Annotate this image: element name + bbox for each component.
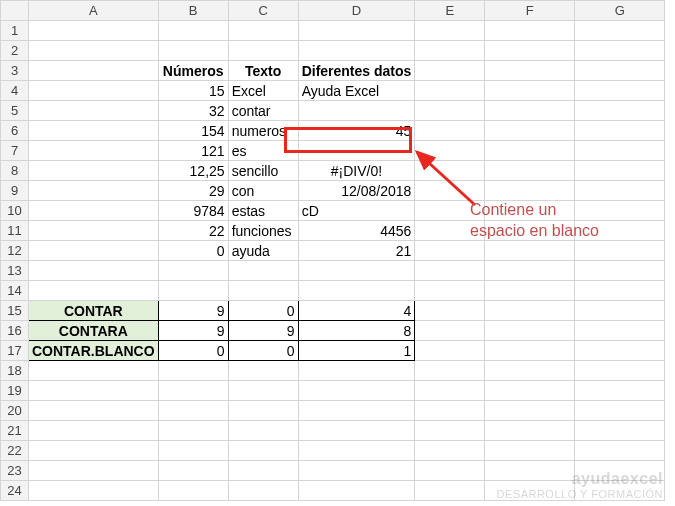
cell[interactable] [29,121,159,141]
row-header[interactable]: 19 [1,381,29,401]
cell[interactable] [29,41,159,61]
cell[interactable] [158,21,228,41]
cell-B15[interactable]: 9 [158,301,228,321]
cell[interactable] [228,361,298,381]
cell[interactable] [29,61,159,81]
cell[interactable] [485,41,575,61]
cell[interactable] [29,361,159,381]
cell-B10[interactable]: 9784 [158,201,228,221]
cell[interactable] [575,261,665,281]
cell[interactable] [485,121,575,141]
cell[interactable] [415,41,485,61]
row-header[interactable]: 21 [1,421,29,441]
cell[interactable] [298,421,415,441]
cell[interactable] [228,461,298,481]
col-header-F[interactable]: F [485,1,575,21]
cell-C8[interactable]: sencillo [228,161,298,181]
cell[interactable] [575,181,665,201]
row-header[interactable]: 8 [1,161,29,181]
cell[interactable] [415,281,485,301]
label-contar-blanco[interactable]: CONTAR.BLANCO [29,341,159,361]
cell[interactable] [415,321,485,341]
cell[interactable] [415,301,485,321]
col-header-G[interactable]: G [575,1,665,21]
col-header-E[interactable]: E [415,1,485,21]
label-contar[interactable]: CONTAR [29,301,159,321]
cell[interactable] [29,261,159,281]
cell-D8[interactable]: #¡DIV/0! [298,161,415,181]
cell[interactable] [228,421,298,441]
cell-B9[interactable]: 29 [158,181,228,201]
cell[interactable] [158,261,228,281]
cell-B17[interactable]: 0 [158,341,228,361]
cell[interactable] [415,341,485,361]
cell[interactable] [298,361,415,381]
cell[interactable] [298,481,415,501]
cell[interactable] [575,441,665,461]
cell[interactable] [29,281,159,301]
cell-B11[interactable]: 22 [158,221,228,241]
cell[interactable] [158,421,228,441]
cell[interactable] [575,241,665,261]
cell[interactable] [575,401,665,421]
cell[interactable] [485,381,575,401]
col-header-B[interactable]: B [158,1,228,21]
cell[interactable] [158,441,228,461]
cell[interactable] [575,81,665,101]
cell[interactable] [575,121,665,141]
cell[interactable] [158,281,228,301]
cell-C16[interactable]: 9 [228,321,298,341]
cell[interactable] [228,401,298,421]
cell-D7[interactable] [298,141,415,161]
cell[interactable] [29,81,159,101]
cell[interactable] [415,121,485,141]
cell[interactable] [298,461,415,481]
cell[interactable] [415,161,485,181]
cell-C17[interactable]: 0 [228,341,298,361]
cell-D10[interactable]: cD [298,201,415,221]
cell[interactable] [228,381,298,401]
cell-B8[interactable]: 12,25 [158,161,228,181]
col-header-D[interactable]: D [298,1,415,21]
cell[interactable] [158,461,228,481]
row-header[interactable]: 15 [1,301,29,321]
cell[interactable] [228,41,298,61]
cell[interactable] [29,201,159,221]
cell[interactable] [415,81,485,101]
cell[interactable] [158,401,228,421]
header-texto[interactable]: Texto [228,61,298,81]
cell[interactable] [158,481,228,501]
cell[interactable] [575,161,665,181]
cell-B5[interactable]: 32 [158,101,228,121]
cell[interactable] [575,141,665,161]
cell[interactable] [415,481,485,501]
cell[interactable] [575,41,665,61]
cell[interactable] [575,301,665,321]
row-header[interactable]: 13 [1,261,29,281]
col-header-C[interactable]: C [228,1,298,21]
cell[interactable] [29,381,159,401]
cell[interactable] [485,401,575,421]
cell[interactable] [485,301,575,321]
cell-C9[interactable]: con [228,181,298,201]
cell[interactable] [485,421,575,441]
cell[interactable] [158,361,228,381]
cell-C11[interactable]: funciones [228,221,298,241]
cell-C12[interactable]: ayuda [228,241,298,261]
cell[interactable] [29,141,159,161]
cell[interactable] [575,421,665,441]
row-header[interactable]: 1 [1,21,29,41]
cell[interactable] [485,321,575,341]
spreadsheet-grid[interactable]: A B C D E F G 1 2 3 Números Texto Difere… [0,0,675,501]
cell[interactable] [228,281,298,301]
cell[interactable] [575,341,665,361]
row-header[interactable]: 10 [1,201,29,221]
cell[interactable] [298,41,415,61]
cell-D12[interactable]: 21 [298,241,415,261]
cell[interactable] [158,381,228,401]
row-header[interactable]: 17 [1,341,29,361]
cell[interactable] [415,461,485,481]
cell[interactable] [575,21,665,41]
cell-D4[interactable]: Ayuda Excel [298,81,415,101]
cell[interactable] [228,261,298,281]
